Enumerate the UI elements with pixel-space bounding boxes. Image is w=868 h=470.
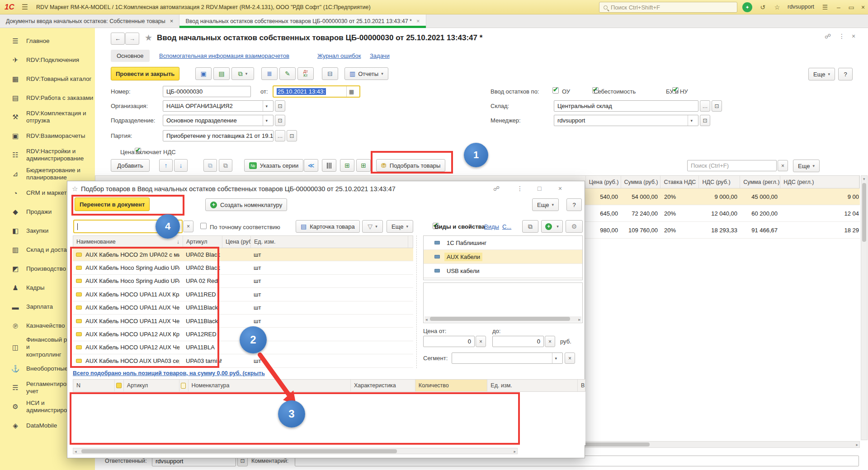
products-more-button[interactable]: Еще▾ — [387, 220, 413, 233]
organization-open-icon[interactable]: ⊡ — [275, 100, 285, 112]
history-icon[interactable]: ↺ — [758, 2, 768, 12]
price-from-clear-icon[interactable]: × — [476, 336, 486, 347]
product-row[interactable]: AUX Кабель HOCO UPA11 AUX Черный (1М) UP… — [73, 301, 413, 315]
number-field[interactable]: ЦБ-00000030 — [163, 86, 251, 97]
sidebar-item[interactable]: ✈ RDV:Подключения — [0, 51, 95, 70]
col-article[interactable]: Артикул — [183, 236, 222, 248]
price-to-clear-icon[interactable]: × — [545, 336, 555, 347]
product-row[interactable]: AUX Кабель Hoco Spring Audio UPA 02, Кра… — [73, 275, 413, 288]
date-field[interactable]: 25.10.2021 13:43: ▦ — [273, 86, 360, 97]
col-unit[interactable]: Ед. изм. — [251, 236, 408, 248]
copy-row-button[interactable]: ⧉ — [203, 159, 217, 172]
department-field[interactable]: Основное подразделение▾ — [163, 115, 274, 126]
kind-row[interactable]: USB кабели — [424, 264, 582, 278]
col-article[interactable]: Артикул — [124, 380, 179, 391]
dialog-maximize-icon[interactable]: □ — [538, 185, 541, 192]
dialog-more-button[interactable]: Еще▾ — [532, 198, 559, 211]
sidebar-item[interactable]: ☷ RDV:Настройки и администрирование — [0, 146, 95, 164]
print-button[interactable]: ⊟ — [322, 67, 338, 80]
more-dots-icon[interactable]: ⋮ — [839, 33, 845, 40]
col-vat-reg[interactable]: НДС (регл.) — [780, 176, 859, 188]
dialog-link-icon[interactable]: ☍ — [493, 185, 500, 192]
subtab-main[interactable]: Основное — [111, 50, 150, 62]
kinds-link[interactable]: Виды — [484, 223, 499, 230]
kinds-settings-button[interactable]: ⚙ — [566, 220, 583, 233]
batch-open-icon[interactable]: ⊡ — [287, 130, 297, 141]
current-user-label[interactable]: rdvsupport — [788, 4, 814, 10]
set-series-button[interactable]: № Указать серии — [244, 159, 303, 172]
nav-back-button[interactable]: ← — [111, 33, 125, 45]
warehouse-open-icon[interactable]: ⊡ — [712, 100, 722, 112]
post-and-close-button[interactable]: Провести и закрыть — [111, 67, 179, 80]
tab-close-icon[interactable]: × — [416, 18, 420, 24]
department-open-icon[interactable]: ⊡ — [275, 115, 285, 126]
calendar-icon[interactable]: ▦ — [346, 86, 356, 97]
table-search-clear-icon[interactable]: × — [778, 160, 788, 171]
sidebar-item[interactable]: ▣ RDV:Взаиморасчеты — [0, 127, 95, 146]
total-selected-link[interactable]: Всего подобрано ноль позиций товаров, на… — [73, 370, 265, 376]
table-import-button[interactable]: ⊞ — [340, 159, 354, 172]
table-more-button[interactable]: Еще▾ — [793, 160, 820, 172]
help-button[interactable]: ? — [838, 68, 853, 80]
col-sum[interactable]: Сумма (руб.) — [621, 176, 661, 188]
dialog-more-dots-icon[interactable]: ⋮ — [517, 185, 523, 192]
dropdown-icon[interactable]: ▾ — [263, 115, 270, 126]
col-nomenclature[interactable]: Номенклатура — [189, 380, 351, 391]
nav-link-tasks[interactable]: Задачи — [370, 52, 390, 59]
create-item-button[interactable]: + Создать номенклатуру — [205, 198, 287, 211]
main-menu-icon[interactable]: ☰ — [22, 3, 28, 11]
dialog-help-button[interactable]: ? — [566, 198, 582, 211]
batch-field[interactable]: Приобретение у поставщика 21 от 19.11 — [163, 130, 274, 141]
col-price[interactable]: Цена (руб.) — [222, 236, 251, 248]
save-button[interactable]: ▣ — [195, 67, 212, 80]
panel-divider[interactable] — [416, 235, 417, 368]
manager-field[interactable]: rdvsupport▾ — [554, 115, 698, 126]
product-search-clear-icon[interactable]: × — [183, 221, 193, 232]
product-row[interactable]: AUX Кабель HOCO AUX UPA03 серый (30) UPA… — [73, 354, 413, 367]
dtkt-postings-button[interactable]: Дт Кт — [297, 67, 314, 80]
organization-field[interactable]: НАША ОРГАНИЗАЦИЯ2▾ — [163, 100, 274, 112]
dropdown-icon[interactable]: ▾ — [688, 115, 695, 126]
warehouse-field[interactable]: Центральный склад — [554, 100, 698, 112]
col-characteristic[interactable]: Характеристика — [351, 380, 415, 391]
props-link[interactable]: С... — [502, 223, 511, 230]
col-vat[interactable]: НДС (руб.) — [699, 176, 740, 188]
table-search-input[interactable]: Поиск (Ctrl+F) — [687, 160, 777, 171]
selected-items-hscrollbar[interactable]: ◂ ▸ — [73, 448, 518, 454]
col-v[interactable]: В — [578, 380, 585, 391]
move-up-button[interactable]: ↑ — [159, 159, 173, 172]
sidebar-item[interactable]: ☰ Главное — [0, 32, 95, 51]
col-n[interactable]: N — [73, 380, 115, 391]
col-unit[interactable]: Ед. изм. — [487, 380, 578, 391]
price-to-input[interactable]: 0 — [492, 336, 544, 347]
table-add-button[interactable]: ⊞ — [356, 159, 371, 172]
manager-open-icon[interactable]: ⊡ — [700, 115, 710, 126]
dropdown-icon[interactable]: ▾ — [552, 353, 559, 363]
product-row[interactable]: AUX Кабель HOCO 2m UPA02 с микрофоном Че… — [73, 248, 413, 261]
close-button[interactable]: × — [858, 2, 868, 12]
minimize-button[interactable]: – — [834, 2, 844, 12]
pick-products-button[interactable]: ⛃ Подобрать товары — [376, 159, 445, 172]
goods-table-vscrollbar[interactable]: ▾ — [861, 175, 868, 440]
exact-match-checkbox[interactable] — [200, 223, 207, 229]
reports-button[interactable]: ▥Отчеты▾ — [344, 67, 388, 80]
favorite-star-icon[interactable]: ★ — [145, 33, 152, 43]
lock-icon-col[interactable] — [115, 380, 124, 391]
barcode-scan-button[interactable] — [322, 159, 336, 172]
dropdown-icon[interactable]: ▾ — [263, 101, 270, 111]
sidebar-item[interactable]: ▤ RDV:Работа с заказами — [0, 89, 95, 108]
post-button[interactable]: ▤ — [213, 67, 230, 80]
get-link-icon[interactable]: ☍ — [825, 33, 831, 40]
move-down-button[interactable]: ↓ — [174, 159, 188, 172]
selected-items-empty-area[interactable] — [73, 392, 585, 445]
restore-button[interactable]: ▭ — [846, 2, 856, 12]
segment-field[interactable]: ▾ — [452, 352, 563, 364]
product-row[interactable]: AUX Кабель HOCO UPA11 AUX Черный (1М) 23… — [73, 315, 413, 328]
sidebar-item[interactable]: ▦ RDV:Товарный каталог — [0, 70, 95, 89]
segment-clear-icon[interactable]: × — [565, 352, 575, 364]
col-quantity[interactable]: Количество — [415, 380, 488, 391]
paste-row-button[interactable]: ⧉ — [219, 159, 232, 172]
dialog-star-icon[interactable]: ☆ — [72, 185, 78, 193]
col-vat-rate[interactable]: Ставка НДС — [660, 176, 699, 188]
col-sum-reg[interactable]: Сумма (регл.) — [740, 176, 780, 188]
